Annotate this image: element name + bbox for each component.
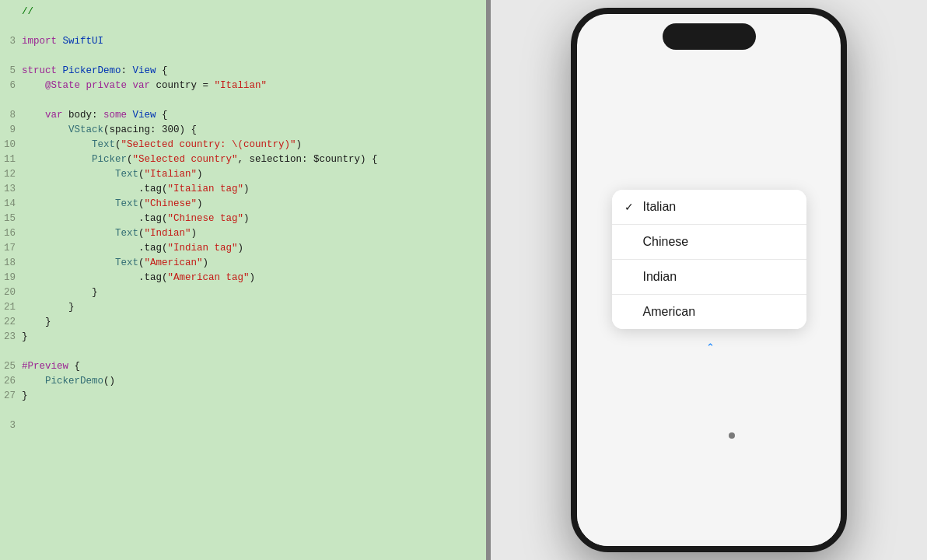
code-content: @State private var country = "Italian" [22, 80, 267, 91]
line-number: 5 [0, 65, 22, 76]
code-line: 3 [0, 420, 486, 435]
line-number: 11 [0, 154, 22, 165]
code-line: 16 Text("Indian") [0, 228, 486, 243]
line-number: 17 [0, 243, 22, 254]
picker-item[interactable]: American [612, 295, 806, 329]
code-line [0, 51, 486, 65]
code-line: 15 .tag("Chinese tag") [0, 213, 486, 228]
line-number: 20 [0, 287, 22, 298]
line-number: 15 [0, 213, 22, 224]
code-line: 23} [0, 331, 486, 346]
code-line: 13 .tag("Italian tag") [0, 184, 486, 198]
code-line: // [0, 6, 486, 21]
line-number: 22 [0, 317, 22, 327]
code-line: 3import SwiftUI [0, 36, 486, 51]
line-number: 27 [0, 390, 22, 401]
code-content: .tag("Chinese tag") [22, 213, 250, 224]
picker-item[interactable]: ✓Italian [612, 190, 806, 225]
code-line [0, 346, 486, 361]
code-line: 22 } [0, 317, 486, 331]
code-content: VStack(spacing: 300) { [22, 124, 197, 135]
code-content: // [22, 6, 33, 17]
line-number: 26 [0, 376, 22, 387]
line-number: 19 [0, 272, 22, 283]
code-content: Text("Selected country: \(country)") [22, 139, 302, 150]
line-number: 10 [0, 139, 22, 150]
picker-item[interactable]: Indian [612, 260, 806, 295]
code-content: Text("Chinese") [22, 198, 203, 209]
picker-dropdown[interactable]: ✓ItalianChineseIndianAmerican [612, 190, 806, 329]
code-line: 10 Text("Selected country: \(country)") [0, 139, 486, 154]
picker-button[interactable]: ⌃ [703, 338, 715, 356]
preview-panel: ✓ItalianChineseIndianAmerican ⌃ [491, 0, 927, 560]
code-line [0, 95, 486, 110]
code-content: PickerDemo() [22, 376, 115, 387]
line-number: 8 [0, 110, 22, 121]
code-line: 12 Text("Italian") [0, 169, 486, 184]
code-content: struct PickerDemo: View { [22, 65, 168, 76]
code-line: 26 PickerDemo() [0, 376, 486, 390]
line-number: 16 [0, 228, 22, 239]
picker-item-label: Italian [643, 200, 794, 214]
code-line: 21 } [0, 302, 486, 317]
cursor [729, 432, 735, 439]
picker-item-label: American [643, 305, 794, 319]
code-line: 17 .tag("Indian tag") [0, 243, 486, 257]
code-line: 9 VStack(spacing: 300) { [0, 124, 486, 139]
line-number: 21 [0, 302, 22, 313]
code-content: .tag("Italian tag") [22, 184, 250, 194]
code-line [0, 405, 486, 420]
dynamic-island [663, 23, 756, 50]
picker-item-label: Indian [643, 270, 794, 284]
picker-item-label: Chinese [643, 235, 794, 249]
code-editor-panel: //3import SwiftUI5struct PickerDemo: Vie… [0, 0, 486, 560]
code-line: 18 Text("American") [0, 257, 486, 272]
picker-button-chevron-icon: ⌃ [706, 341, 715, 353]
line-number: 14 [0, 198, 22, 209]
code-content: Text("American") [22, 257, 208, 268]
code-content: } [22, 390, 28, 401]
code-line: 19 .tag("American tag") [0, 272, 486, 287]
line-number: 12 [0, 169, 22, 180]
code-line: 25#Preview { [0, 361, 486, 376]
line-number: 3 [0, 36, 22, 47]
line-number: 23 [0, 331, 22, 342]
picker-item[interactable]: Chinese [612, 225, 806, 260]
code-content: } [22, 317, 51, 327]
code-content: .tag("Indian tag") [22, 243, 243, 254]
line-number: 13 [0, 184, 22, 194]
code-content: } [22, 302, 75, 313]
code-content: .tag("American tag") [22, 272, 255, 283]
code-line: 27} [0, 390, 486, 405]
line-number: 9 [0, 124, 22, 135]
code-content: Text("Indian") [22, 228, 197, 239]
phone-screen: ✓ItalianChineseIndianAmerican ⌃ [577, 50, 841, 546]
code-line: 11 Picker("Selected country", selection:… [0, 154, 486, 169]
code-line [0, 21, 486, 36]
phone-frame: ✓ItalianChineseIndianAmerican ⌃ [571, 8, 847, 552]
code-line: 8 var body: some View { [0, 110, 486, 124]
line-number: 25 [0, 361, 22, 372]
code-content: import SwiftUI [22, 36, 103, 47]
line-number: 3 [0, 420, 22, 431]
code-content: } [22, 331, 28, 342]
code-line: 5struct PickerDemo: View { [0, 65, 486, 80]
checkmark-icon: ✓ [624, 201, 640, 213]
line-number: 6 [0, 80, 22, 91]
line-number: 18 [0, 257, 22, 268]
code-line: 6 @State private var country = "Italian" [0, 80, 486, 95]
code-content: Text("Italian") [22, 169, 203, 180]
code-line: 20 } [0, 287, 486, 302]
code-content: Picker("Selected country", selection: $c… [22, 154, 378, 165]
code-content: var body: some View { [22, 110, 168, 121]
code-content: #Preview { [22, 361, 80, 372]
code-line: 14 Text("Chinese") [0, 198, 486, 213]
code-content: } [22, 287, 98, 298]
